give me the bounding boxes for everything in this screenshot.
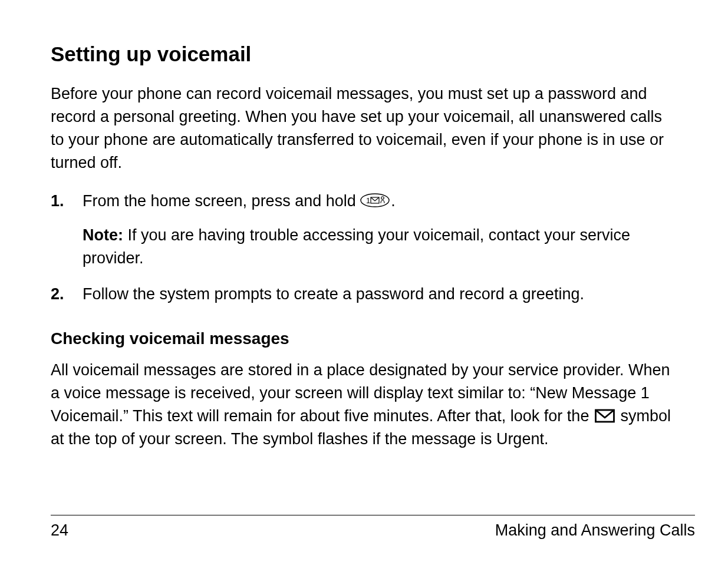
checking-paragraph: All voicemail messages are stored in a p…: [51, 359, 677, 451]
step-number: 1.: [51, 190, 64, 213]
step-text-before: From the home screen, press and hold: [83, 192, 360, 210]
step-item: 2. Follow the system prompts to create a…: [51, 283, 677, 306]
page-footer: 24 Making and Answering Calls: [51, 515, 695, 540]
step-number: 2.: [51, 283, 64, 306]
intro-paragraph: Before your phone can record voicemail m…: [51, 82, 677, 174]
step-note: Note: If you are having trouble accessin…: [83, 224, 677, 270]
document-page: Setting up voicemail Before your phone c…: [0, 0, 728, 451]
svg-point-3: [381, 197, 384, 200]
svg-text:1: 1: [366, 196, 370, 205]
note-label: Note:: [83, 226, 123, 244]
svg-point-0: [361, 194, 389, 207]
steps-list: 1. From the home screen, press and hold …: [51, 190, 677, 306]
subheading: Checking voicemail messages: [51, 329, 677, 348]
envelope-icon: [595, 409, 615, 423]
step-item: 1. From the home screen, press and hold …: [51, 190, 677, 270]
page-heading: Setting up voicemail: [51, 42, 677, 66]
footer-rule: [51, 515, 695, 515]
note-text: If you are having trouble accessing your…: [83, 226, 630, 267]
voicemail-key-icon: 1: [360, 193, 390, 207]
step-text-after: .: [391, 192, 396, 210]
page-number: 24: [51, 521, 68, 540]
para2-before: All voicemail messages are stored in a p…: [51, 361, 670, 425]
step-text: Follow the system prompts to create a pa…: [83, 285, 584, 303]
section-title: Making and Answering Calls: [495, 521, 695, 540]
